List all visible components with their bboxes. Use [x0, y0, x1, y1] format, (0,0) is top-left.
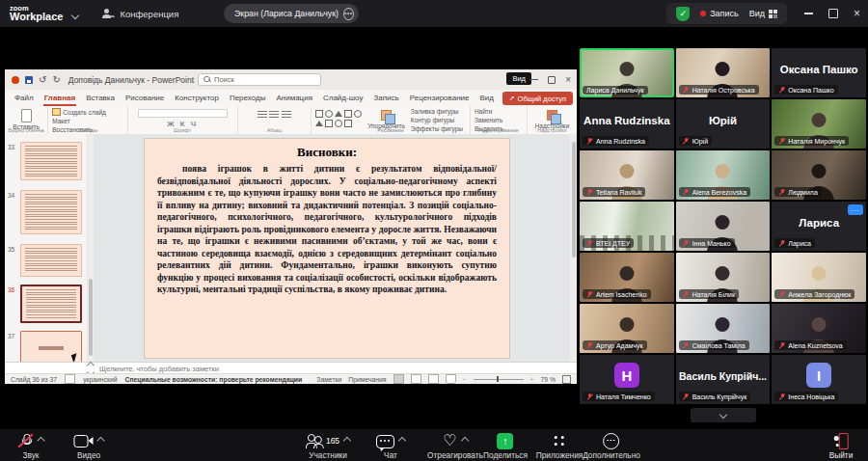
addins-group: Надстройки Надстройки — [528, 106, 577, 134]
reading-view-button[interactable] — [428, 374, 439, 384]
participant-tile[interactable]: Наталія Островська — [676, 48, 771, 97]
participant-tile[interactable]: Юрій Юрій — [676, 99, 771, 149]
chevron-up-icon[interactable] — [398, 437, 406, 445]
menu-view[interactable]: Вид — [478, 92, 494, 104]
participants-button[interactable]: 165 Участники — [306, 432, 350, 460]
leave-button[interactable]: Выйти — [829, 432, 854, 460]
participant-tile[interactable]: Лариса ... Лариса — [772, 202, 866, 251]
accessibility-check[interactable]: Специальные возможности: проверьте реком… — [125, 376, 303, 383]
video-button[interactable]: Видео — [74, 432, 104, 460]
menu-insert[interactable]: Вставка — [85, 92, 116, 104]
paste-icon[interactable] — [21, 109, 32, 122]
redo-icon[interactable]: ↻ — [52, 75, 60, 85]
participant-tile[interactable]: Людмила — [772, 150, 866, 200]
canvas-scrollbar[interactable] — [570, 134, 577, 362]
zoom-view-overlay[interactable]: Вид — [506, 72, 531, 85]
participant-tile[interactable]: Анжела Загороднюк — [772, 253, 866, 302]
shield-check-icon[interactable]: ✓ — [676, 7, 690, 21]
recording-indicator[interactable]: Запись — [700, 9, 739, 18]
close-button[interactable]: × — [854, 8, 860, 19]
tab-meeting[interactable]: Конференция — [103, 9, 178, 19]
slide-thumbnail-selected[interactable] — [20, 285, 82, 323]
participant-tile[interactable]: Tetiana Ravliuk — [580, 150, 674, 200]
slide-thumbnail[interactable] — [20, 190, 82, 234]
participant-tile[interactable]: Artem Isachenko — [580, 253, 674, 302]
fit-slide-icon[interactable] — [562, 375, 571, 384]
shape-fill-button[interactable]: Заливка фигуры — [411, 108, 463, 117]
chevron-down-icon[interactable] — [71, 12, 79, 19]
menu-record[interactable]: Запись — [372, 92, 399, 104]
language-indicator[interactable]: украинский — [83, 376, 117, 383]
participant-tile[interactable]: Оксана Пашко Оксана Пашко — [772, 48, 866, 97]
participant-tile[interactable]: Anna Rudzinska Anna Rudzinska — [580, 99, 674, 149]
restore-button[interactable] — [828, 9, 838, 18]
apps-icon — [553, 434, 566, 447]
tile-more-button[interactable]: ... — [848, 204, 863, 215]
notes-toggle[interactable]: Заметки — [316, 376, 341, 383]
view-button[interactable]: Вид — [749, 9, 777, 18]
participant-tile[interactable]: Наталія Мирончук — [772, 99, 866, 149]
screen-share-pill[interactable]: Экран (Лариса Данильчук) ••• — [224, 4, 359, 23]
replace-button[interactable]: Заменить — [475, 117, 523, 125]
menu-design[interactable]: Конструктор — [174, 92, 220, 104]
slide-thumbnail[interactable] — [20, 244, 82, 277]
clipboard-group: Вставить Буфер обмена — [5, 106, 48, 134]
chevron-up-icon[interactable] — [460, 437, 468, 445]
participant-tile[interactable]: Alena Berezovska — [676, 150, 771, 200]
menu-slideshow[interactable]: Слайд-шоу — [322, 92, 364, 104]
chevron-up-icon[interactable] — [37, 437, 44, 445]
ppt-minimize-button[interactable] — [529, 79, 538, 80]
find-button[interactable]: Найти — [475, 108, 523, 117]
chevron-down-icon — [719, 410, 727, 418]
apps-button[interactable]: Приложения — [536, 432, 583, 460]
zoom-in-button[interactable]: + — [530, 376, 534, 383]
shape-outline-button[interactable]: Контур фигуры — [411, 117, 463, 125]
participant-tile[interactable]: Н Наталя Тимченко — [580, 355, 674, 404]
chevron-up-icon[interactable] — [343, 437, 351, 445]
participant-tile[interactable]: Наталія Білик — [676, 253, 771, 302]
sorter-view-button[interactable] — [411, 374, 421, 384]
search-box[interactable]: Поиск — [198, 73, 321, 86]
minimize-button[interactable] — [804, 13, 813, 14]
ellipsis-circle-icon[interactable]: ••• — [343, 8, 354, 20]
normal-view-button[interactable] — [393, 374, 404, 384]
menu-animations[interactable]: Анимация — [275, 92, 313, 104]
ppt-close-button[interactable]: × — [565, 75, 571, 85]
menu-review[interactable]: Рецензирование — [409, 92, 471, 104]
share-access-button[interactable]: Общий доступ — [502, 92, 573, 105]
participant-tile[interactable]: Смаілова Таміла — [676, 304, 771, 353]
menu-transitions[interactable]: Переходы — [229, 92, 267, 104]
participant-tile[interactable]: Артур Адамчук — [580, 304, 674, 353]
zoom-level[interactable]: 79 % — [541, 376, 556, 383]
participant-tile[interactable]: ВТЕІ ДТЕУ — [580, 202, 674, 251]
save-icon[interactable] — [25, 76, 33, 84]
slide-thumbnail[interactable] — [20, 142, 82, 180]
addins-icon[interactable] — [547, 110, 557, 121]
zoom-slider[interactable] — [474, 379, 524, 380]
ppt-restore-button[interactable] — [548, 76, 556, 84]
current-slide[interactable]: Висновки: поява іграшок в житті дитини є… — [145, 139, 509, 358]
participant-tile[interactable]: Інна Манько — [676, 202, 771, 251]
undo-icon[interactable]: ↺ — [39, 75, 46, 85]
mic-muted-icon — [586, 137, 593, 145]
participant-tile[interactable]: Лариса Данильчук — [580, 48, 674, 97]
menu-home[interactable]: Главная — [43, 92, 77, 104]
participant-tile[interactable]: Alena Kuznetsova — [772, 304, 866, 353]
comments-toggle[interactable]: Примечания — [348, 376, 386, 383]
alignment-icons[interactable] — [242, 111, 308, 120]
chat-button[interactable]: Чат — [376, 432, 405, 460]
participant-tile[interactable]: Василь Купрійч... Василь Купрійчук — [676, 355, 771, 404]
mic-muted-icon — [683, 137, 690, 145]
more-button[interactable]: Дополнительно — [583, 432, 640, 460]
menu-draw[interactable]: Рисование — [124, 92, 165, 104]
zoom-out-button[interactable]: − — [463, 376, 467, 383]
gallery-collapse-button[interactable] — [691, 408, 756, 422]
slideshow-button[interactable] — [446, 374, 456, 384]
react-button[interactable]: ♡ Отреагировать — [427, 432, 483, 460]
font-name-box[interactable] — [138, 109, 228, 118]
participant-tile[interactable]: І Інеса Новіцька — [772, 355, 866, 404]
chevron-up-icon[interactable] — [96, 437, 104, 445]
audio-button[interactable]: Звук — [18, 432, 44, 460]
menu-file[interactable]: Файл — [14, 92, 35, 104]
share-screen-button[interactable]: ↑ Поделиться — [483, 432, 528, 460]
